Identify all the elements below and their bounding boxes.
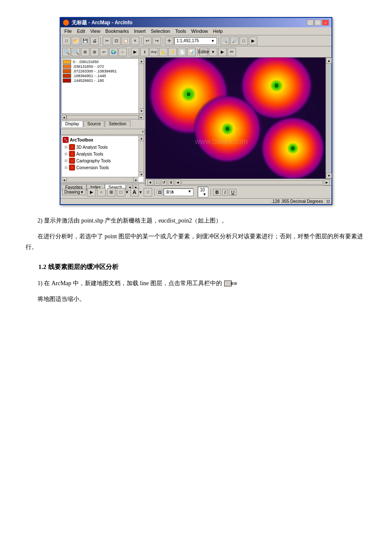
map-scrollbar-h[interactable]: [182, 180, 323, 185]
maximize-button[interactable]: □: [314, 20, 321, 26]
font-name-input[interactable]: 宋体 ▼: [164, 188, 193, 196]
scale-dropdown-icon[interactable]: ▼: [211, 39, 215, 43]
play-button[interactable]: ▶: [218, 48, 227, 56]
expand-icon-2[interactable]: ⊞: [64, 152, 68, 156]
select-button[interactable]: ▶: [131, 48, 139, 56]
toolbox-item-3: ⊞ 🔺 Cartography Tools: [63, 158, 138, 164]
fixed-zoom-in-button[interactable]: ⊞: [90, 48, 99, 56]
menu-tools[interactable]: Tools: [173, 28, 188, 34]
toolbox-scroll-down[interactable]: ▼: [139, 172, 144, 177]
drawing-shape-btn[interactable]: ☆: [144, 188, 152, 197]
pencil-button[interactable]: ✏: [228, 48, 236, 56]
toolbar2: 🔍 🔍 ⊞ ⊞ ↩ 🌍 ← ▶ ℹ Axy 📐 ⚡ 📄 📊 Editor ▼ ▶…: [61, 46, 331, 58]
toolbox-scrollbar-h[interactable]: ◄ ►: [62, 177, 138, 182]
magnify-button[interactable]: 🔎: [230, 37, 239, 45]
drawing-dropdown-btn[interactable]: Drawing ▼: [62, 189, 86, 195]
toolbox-button[interactable]: □: [239, 37, 248, 45]
editor-dropdown[interactable]: ▼: [209, 48, 217, 56]
undo-button[interactable]: ↩: [143, 37, 152, 45]
redo-button[interactable]: ↪: [153, 37, 161, 45]
menu-insert[interactable]: Insert: [132, 28, 148, 34]
menu-edit[interactable]: Edit: [75, 28, 87, 34]
scale-input[interactable]: 1:1,492,175 ▼: [174, 37, 217, 45]
page-button[interactable]: 📄: [178, 48, 186, 56]
back-button[interactable]: ←: [118, 48, 127, 56]
drawing-text-btn[interactable]: A: [130, 188, 139, 197]
panel-close-icon[interactable]: ×: [142, 130, 144, 134]
drawing-circle-btn[interactable]: ○: [97, 188, 106, 197]
drawing-cursor-btn[interactable]: ▶: [87, 188, 96, 197]
toolbox-title: ArcToolbox: [70, 138, 93, 142]
pause-icon[interactable]: ⏸: [168, 179, 174, 185]
menu-bookmarks[interactable]: Bookmarks: [103, 28, 131, 34]
frame-icon[interactable]: 🖼: [157, 189, 162, 195]
page-icon[interactable]: □: [154, 179, 160, 185]
minimize-button[interactable]: _: [307, 20, 314, 26]
zoom-in-button[interactable]: 🔍: [62, 48, 71, 56]
paste-button[interactable]: 📋: [121, 37, 130, 45]
scroll-left-btn[interactable]: ◄: [61, 115, 66, 120]
graph-button[interactable]: 📊: [187, 48, 196, 56]
underline-button[interactable]: U: [229, 189, 236, 196]
scroll-right-btn[interactable]: ►: [139, 115, 144, 120]
expand-icon-1[interactable]: ⊞: [64, 145, 68, 149]
menu-view[interactable]: View: [88, 28, 103, 34]
menu-window[interactable]: Window: [189, 28, 210, 34]
cut-button[interactable]: ✂: [103, 37, 111, 45]
xy-button[interactable]: Axy: [150, 48, 158, 56]
font-size-input[interactable]: 10 ▼: [198, 187, 208, 197]
map-canvas[interactable]: www.bdocx.com: [146, 58, 326, 179]
svg-text:www.bdocx.com: www.bdocx.com: [194, 137, 248, 146]
map-scroll-down-btn[interactable]: ▼: [326, 173, 332, 179]
save-button[interactable]: 💾: [81, 37, 89, 45]
legend-scrollbar-h: ◄ ►: [61, 115, 144, 120]
menu-help[interactable]: Help: [211, 28, 225, 34]
toolbox-scroll-left[interactable]: ◄: [62, 177, 67, 182]
menu-selection[interactable]: Selection: [149, 28, 172, 34]
expand-icon-4[interactable]: ⊞: [64, 165, 68, 170]
drawing-dropdown-icon[interactable]: ▼: [80, 190, 84, 194]
delete-button[interactable]: ×: [131, 37, 139, 45]
left-icon[interactable]: ◄: [175, 179, 181, 185]
drawing-rect-arrow[interactable]: ▼: [125, 190, 129, 194]
globe-button[interactable]: 🌍: [109, 48, 118, 56]
globe-icon[interactable]: ●: [147, 179, 153, 185]
bold-button[interactable]: B: [213, 189, 221, 196]
measure-button[interactable]: 📐: [159, 48, 167, 56]
tab-display[interactable]: Display: [61, 121, 83, 127]
refresh-icon[interactable]: ↺: [161, 179, 167, 185]
open-button[interactable]: 📂: [72, 37, 80, 45]
zoom-out-button[interactable]: 🔍: [72, 48, 80, 56]
toolbox-scroll-right[interactable]: ►: [133, 177, 138, 182]
right-icon[interactable]: ►: [324, 179, 330, 185]
tab-source[interactable]: Source: [84, 121, 105, 127]
editor-button[interactable]: Editor: [199, 48, 208, 56]
add-data-button[interactable]: ✛: [165, 37, 173, 45]
fontsize-dropdown-icon[interactable]: ▼: [203, 192, 207, 197]
pan-button[interactable]: ↩: [100, 48, 108, 56]
copy-button[interactable]: ⊡: [112, 37, 121, 45]
info-button[interactable]: ℹ: [140, 48, 149, 56]
lightning-button[interactable]: ⚡: [168, 48, 177, 56]
close-button[interactable]: ×: [322, 20, 329, 26]
map-scrollbar-v[interactable]: ▲ ▼: [326, 58, 331, 179]
scroll-up-btn[interactable]: ▲: [139, 59, 144, 64]
font-dropdown-icon[interactable]: ▼: [188, 189, 192, 194]
drawing-select-btn[interactable]: ⊞: [107, 188, 115, 197]
extra-button[interactable]: ▶: [249, 37, 257, 45]
toolbox-scrollbar-v[interactable]: ▲ ▼: [138, 136, 144, 177]
scroll-down-btn[interactable]: ▼: [139, 108, 144, 113]
map-scroll-up-btn[interactable]: ▲: [326, 58, 332, 64]
print-button[interactable]: 🖨: [90, 37, 99, 45]
legend-scrollbar-v[interactable]: ▲ ▼: [138, 59, 144, 113]
full-extent-button[interactable]: ⊞: [81, 48, 89, 56]
menu-file[interactable]: File: [62, 28, 74, 34]
tab-selection[interactable]: Selection: [105, 121, 130, 127]
italic-button[interactable]: I: [222, 189, 228, 196]
toolbox-scroll-up[interactable]: ▲: [139, 136, 144, 141]
identify-button[interactable]: 🔍: [221, 37, 229, 45]
drawing-rect-btn[interactable]: □: [117, 188, 125, 197]
new-button[interactable]: □: [62, 37, 71, 45]
expand-icon-3[interactable]: ⊞: [64, 159, 68, 163]
drawing-text-arrow[interactable]: ▼: [139, 190, 143, 194]
